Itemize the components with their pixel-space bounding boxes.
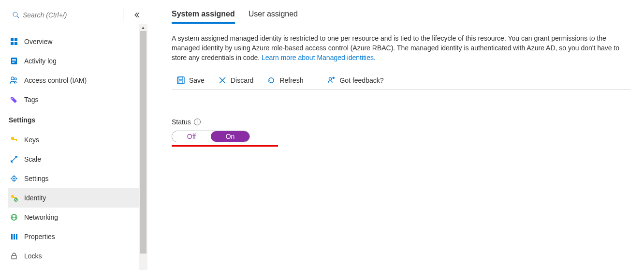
- status-toggle[interactable]: Off On: [172, 131, 250, 142]
- search-input[interactable]: [23, 11, 119, 19]
- refresh-icon: [267, 76, 276, 85]
- locks-icon: [10, 252, 18, 260]
- collapse-sidebar-button[interactable]: [131, 9, 143, 21]
- identity-description: A system assigned managed identity is re…: [172, 33, 630, 62]
- svg-rect-29: [14, 234, 15, 240]
- sidebar-item-settings[interactable]: Settings: [8, 169, 147, 188]
- sidebar-item-label: Identity: [24, 194, 46, 202]
- svg-rect-5: [15, 42, 17, 45]
- scrollbar-thumb[interactable]: [140, 31, 146, 254]
- scale-icon: [10, 155, 18, 164]
- svg-rect-14: [14, 139, 17, 140]
- sidebar-item-label: Properties: [24, 233, 55, 240]
- sidebar: Overview Activity log Access control (IA…: [0, 0, 147, 270]
- status-toggle-off[interactable]: Off: [172, 131, 211, 142]
- search-icon: [12, 11, 20, 19]
- svg-point-12: [12, 98, 13, 99]
- svg-rect-31: [12, 255, 16, 259]
- sidebar-item-properties[interactable]: Properties: [8, 227, 147, 246]
- status-toggle-underline: Off On: [172, 131, 278, 147]
- refresh-label: Refresh: [279, 76, 303, 84]
- sidebar-divider: [9, 128, 137, 128]
- save-button[interactable]: Save: [172, 74, 209, 87]
- svg-rect-32: [177, 77, 184, 84]
- feedback-button[interactable]: Got feedback?: [322, 74, 388, 87]
- sidebar-scrollbar[interactable]: ▲: [139, 24, 147, 270]
- feedback-icon: [327, 76, 336, 85]
- svg-rect-28: [11, 234, 13, 240]
- overview-icon: [10, 37, 18, 46]
- svg-rect-3: [15, 38, 17, 41]
- sidebar-item-label: Overview: [24, 38, 52, 45]
- sidebar-item-label: Scale: [24, 155, 41, 163]
- identity-icon: [10, 194, 18, 202]
- svg-rect-30: [16, 234, 17, 240]
- svg-rect-15: [16, 140, 17, 141]
- tab-system-assigned[interactable]: System assigned: [172, 10, 235, 24]
- command-separator: [315, 75, 315, 86]
- sidebar-item-label: Keys: [24, 136, 39, 144]
- command-bar: Save Discard Refresh Got feedback?: [172, 71, 630, 90]
- svg-point-37: [329, 77, 332, 80]
- search-box[interactable]: [8, 8, 123, 22]
- discard-icon: [218, 76, 227, 85]
- save-icon: [176, 76, 185, 85]
- sidebar-item-label: Activity log: [24, 57, 57, 65]
- svg-rect-4: [11, 42, 14, 45]
- main-content: System assigned User assigned A system a…: [147, 0, 644, 270]
- discard-button[interactable]: Discard: [213, 74, 258, 87]
- svg-point-17: [13, 178, 15, 180]
- sidebar-item-label: Networking: [24, 213, 58, 221]
- tabs: System assigned User assigned: [172, 10, 630, 24]
- sidebar-item-keys[interactable]: Keys: [8, 130, 147, 150]
- svg-rect-33: [179, 77, 183, 79]
- settings-gear-icon: [10, 174, 18, 183]
- description-text: A system assigned managed identity is re…: [172, 34, 619, 61]
- info-icon[interactable]: i: [194, 119, 201, 125]
- learn-more-link[interactable]: Learn more about Managed identities.: [262, 54, 376, 61]
- sidebar-item-overview[interactable]: Overview: [8, 32, 147, 51]
- svg-rect-9: [12, 62, 15, 63]
- sidebar-item-label: Locks: [24, 252, 42, 260]
- svg-rect-7: [12, 59, 16, 60]
- svg-point-10: [11, 77, 14, 80]
- activity-log-icon: [10, 57, 18, 65]
- sidebar-item-label: Tags: [24, 96, 39, 104]
- search-row: [8, 8, 147, 22]
- scrollbar-up-icon[interactable]: ▲: [139, 24, 147, 31]
- sidebar-item-label: Settings: [24, 175, 49, 182]
- discard-label: Discard: [231, 76, 253, 84]
- refresh-button[interactable]: Refresh: [262, 74, 308, 87]
- access-control-icon: [10, 76, 18, 85]
- svg-rect-34: [179, 81, 183, 83]
- sidebar-item-activity-log[interactable]: Activity log: [8, 51, 147, 71]
- sidebar-item-label: Access control (IAM): [24, 76, 87, 84]
- sidebar-item-networking[interactable]: Networking: [8, 208, 147, 227]
- tab-user-assigned[interactable]: User assigned: [249, 10, 298, 24]
- status-label-row: Status i: [172, 118, 630, 126]
- keys-icon: [10, 135, 18, 144]
- svg-rect-8: [12, 60, 16, 61]
- sidebar-nav: Overview Activity log Access control (IA…: [8, 32, 147, 266]
- status-label: Status: [172, 118, 191, 126]
- sidebar-section-settings: Settings: [8, 109, 147, 127]
- svg-point-0: [13, 12, 17, 16]
- tags-icon: [10, 95, 18, 104]
- sidebar-item-scale[interactable]: Scale: [8, 150, 147, 169]
- svg-rect-2: [11, 38, 14, 41]
- sidebar-item-locks[interactable]: Locks: [8, 246, 147, 266]
- svg-rect-23: [14, 197, 17, 198]
- sidebar-item-access-control[interactable]: Access control (IAM): [8, 71, 147, 90]
- svg-point-11: [15, 78, 16, 80]
- svg-line-1: [17, 16, 19, 18]
- save-label: Save: [189, 76, 205, 84]
- feedback-label: Got feedback?: [339, 76, 383, 84]
- status-area: Status i Off On: [172, 118, 630, 147]
- networking-icon: [10, 213, 18, 222]
- status-toggle-on[interactable]: On: [211, 131, 249, 142]
- sidebar-item-identity[interactable]: Identity: [8, 188, 147, 208]
- properties-icon: [10, 232, 18, 241]
- sidebar-item-tags[interactable]: Tags: [8, 90, 147, 109]
